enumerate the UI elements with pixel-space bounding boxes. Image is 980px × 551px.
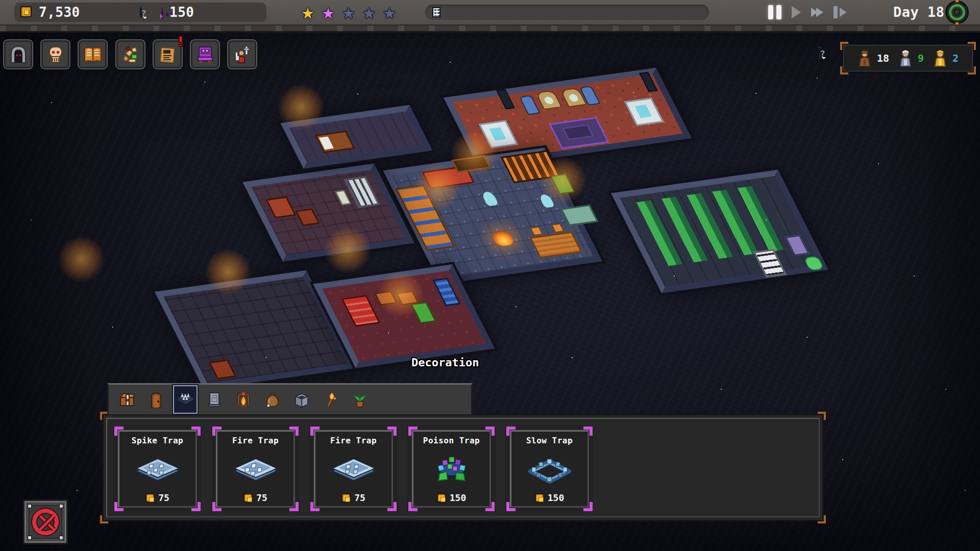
plant-icon	[351, 390, 369, 409]
tab-sack[interactable]	[261, 386, 284, 413]
tab-spike-trap[interactable]	[174, 386, 197, 413]
skeleton	[335, 190, 351, 205]
tab-pressure-plate[interactable]	[203, 386, 226, 413]
fridge	[753, 249, 787, 277]
crate	[209, 359, 237, 379]
card-title: Poison Trap	[407, 436, 496, 445]
throne-icon	[195, 44, 215, 65]
pause-button[interactable]	[768, 5, 781, 19]
statue	[639, 72, 658, 92]
crate	[295, 208, 320, 226]
worker-count: 18	[877, 52, 889, 64]
top-bar-trim	[0, 24, 980, 33]
worker-figure-icon	[857, 49, 872, 67]
blue-statue	[432, 278, 461, 306]
steel-plate-trap-icon	[309, 452, 398, 488]
fountain	[479, 120, 519, 148]
skull-icon	[45, 44, 66, 65]
notification-exclamation-icon	[177, 36, 184, 48]
weapon-rack	[341, 295, 380, 327]
contract-icon	[158, 44, 178, 65]
dining-table	[529, 232, 582, 259]
shop-card-poison-trap[interactable]: Poison Trap	[407, 425, 496, 512]
coin-icon	[145, 493, 155, 503]
knight-count: 2	[952, 52, 959, 64]
toolbar-button-contracts[interactable]	[154, 40, 182, 68]
shop-panel: Spike Trap 75	[102, 414, 824, 521]
card-price: 75	[256, 492, 267, 503]
playback-controls	[768, 4, 847, 20]
tab-plant[interactable]	[349, 386, 371, 413]
spike-trap-icon	[176, 390, 194, 409]
horn-sculpture	[535, 90, 562, 110]
card-price: 75	[354, 492, 365, 503]
tab-door[interactable]	[145, 386, 167, 413]
shop-card-fire-trap[interactable]: Fire Trap 75	[211, 425, 300, 512]
toolbar-button-throne[interactable]	[191, 40, 219, 68]
day-label: Day 18	[893, 4, 945, 20]
campfire-icon	[234, 390, 253, 409]
poison-crystal-trap-icon	[407, 452, 496, 488]
card-title: Slow Trap	[505, 436, 594, 445]
decoration-tooltip: Decoration	[411, 356, 479, 369]
fast-forward-button[interactable]	[811, 8, 823, 17]
toolbar-button-codex[interactable]	[79, 40, 107, 68]
card-price: 75	[158, 492, 169, 503]
close-build-menu-button[interactable]	[24, 501, 66, 543]
tab-campfire[interactable]	[232, 386, 255, 413]
steel-plate-trap-icon	[211, 452, 300, 488]
shop-card-slow-trap[interactable]: Slow Trap 1	[505, 425, 594, 512]
step-forward-button[interactable]	[834, 6, 847, 18]
gear-icon[interactable]	[945, 1, 969, 24]
torch-icon	[322, 390, 340, 409]
vase	[519, 95, 541, 115]
souls-counter: 150	[169, 5, 194, 20]
hero-icon	[232, 44, 253, 65]
question-bubble-icon[interactable]	[819, 47, 821, 59]
chest-icon	[118, 390, 136, 409]
shop-tab-strip	[107, 383, 473, 416]
fountain	[624, 97, 664, 126]
toolbar-button-skull[interactable]	[41, 40, 69, 68]
tab-furnace[interactable]	[290, 386, 313, 413]
toolbar-button-heroes[interactable]	[228, 40, 256, 68]
chair	[530, 227, 543, 236]
star-1-gold	[298, 1, 318, 22]
chair	[551, 223, 565, 233]
resources-icon	[120, 44, 141, 65]
statue	[496, 89, 515, 110]
toolbar-button-dungeon-gate[interactable]	[4, 40, 32, 68]
ghost-creature	[481, 191, 499, 207]
card-price: 150	[548, 492, 565, 503]
scroll-icon	[432, 7, 440, 17]
pressure-plate-icon	[205, 390, 224, 409]
crate	[265, 196, 296, 218]
coin-icon	[341, 493, 351, 503]
elder-count: 9	[918, 52, 924, 64]
star-5-empty	[379, 1, 400, 22]
steel-plate-trap-icon	[113, 452, 202, 488]
coin-icon	[535, 493, 544, 503]
tab-chest[interactable]	[116, 386, 138, 413]
star-3-empty	[338, 1, 359, 22]
card-title: Spike Trap	[113, 436, 202, 445]
elder-figure-icon	[898, 49, 913, 67]
game-screen: 7,530 150 Day 18	[0, 0, 980, 551]
star-4-empty	[359, 1, 379, 22]
question-bubble-icon[interactable]	[140, 7, 142, 18]
tab-torch[interactable]	[320, 386, 342, 413]
population-panel: 18 9 2	[842, 44, 974, 72]
objective-progress-bar	[425, 5, 709, 20]
slow-crystal-trap-icon	[505, 452, 594, 488]
orc-creature	[411, 302, 436, 323]
toolbar-button-resources[interactable]	[116, 40, 144, 68]
ghost-icon	[161, 8, 163, 19]
shop-card-fire-trap[interactable]: Fire Trap 75	[309, 425, 398, 512]
play-button[interactable]	[792, 6, 801, 18]
star-2-pink	[318, 1, 338, 22]
shop-card-spike-trap[interactable]: Spike Trap 75	[113, 425, 202, 512]
coin-icon	[437, 493, 446, 503]
coin-icon	[20, 6, 32, 17]
star-rating	[298, 1, 400, 22]
altar-rug	[549, 117, 609, 149]
